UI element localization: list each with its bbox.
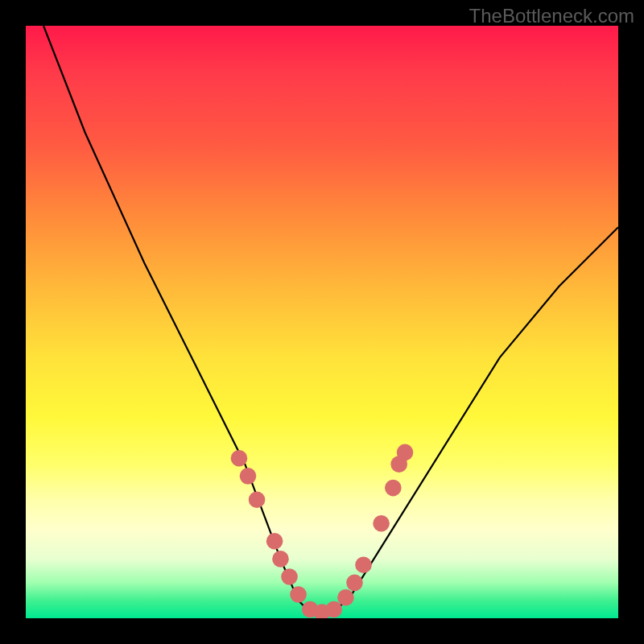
bottleneck-curve-path — [43, 26, 618, 613]
chart-svg — [26, 26, 618, 618]
highlight-marker — [355, 556, 372, 573]
highlight-marker — [240, 468, 257, 485]
highlight-marker — [337, 589, 354, 606]
highlight-marker — [346, 575, 363, 592]
highlight-markers-group — [231, 444, 414, 618]
highlight-marker — [231, 450, 248, 467]
highlight-marker — [373, 515, 390, 532]
highlight-marker — [385, 480, 402, 497]
watermark-text: TheBottleneck.com — [469, 5, 634, 27]
highlight-marker — [325, 601, 342, 618]
highlight-marker — [397, 444, 414, 461]
highlight-marker — [272, 551, 289, 568]
highlight-marker — [281, 568, 298, 585]
highlight-marker — [266, 533, 283, 550]
highlight-marker — [249, 491, 266, 508]
chart-plot-area — [26, 26, 618, 618]
highlight-marker — [290, 586, 307, 603]
